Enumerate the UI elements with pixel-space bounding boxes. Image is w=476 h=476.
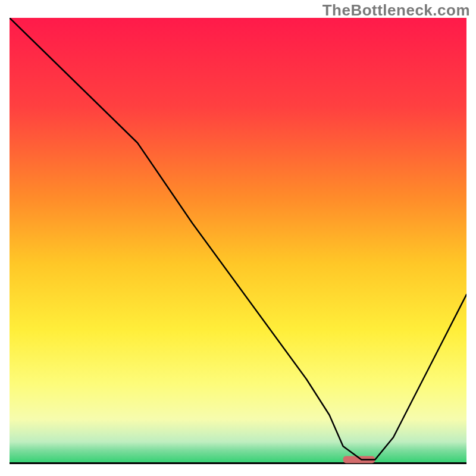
x-axis-baseline <box>10 462 466 464</box>
bottleneck-chart: TheBottleneck.com <box>0 0 476 476</box>
plot-area <box>10 18 466 464</box>
watermark-text: TheBottleneck.com <box>322 1 470 20</box>
chart-svg <box>10 18 466 464</box>
